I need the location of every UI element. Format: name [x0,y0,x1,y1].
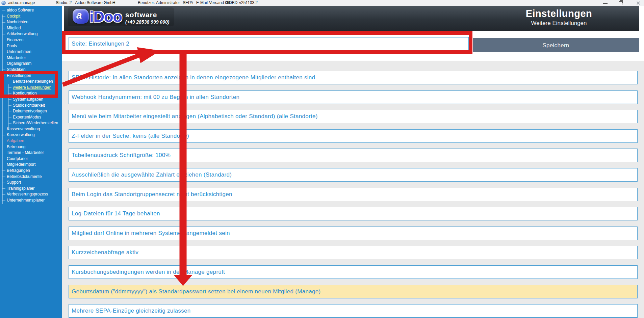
sidebar-item-label: Support [7,180,21,185]
logo-phone-number: (+49 28538 999 000) [125,19,169,25]
sidebar-item[interactable]: Nachrichten [0,19,62,25]
sidebar-item-label: Betriebsdokumente [7,174,42,179]
aidoo-logo: a iDoo software (+49 28538 999 000) [68,7,174,26]
sidebar-item[interactable]: Verbesserungsprozess [0,191,62,197]
sidebar-item-label: Unternehmen [7,49,31,54]
page-name-input[interactable] [69,37,469,51]
sidebar-item[interactable]: Kassenverwaltung [0,126,62,132]
sidebar-item[interactable]: Mitgliederimport [0,162,62,168]
sidebar-item[interactable]: Systemaufgaben [0,97,62,103]
sidebar-item-label: Konfiguration [13,91,37,96]
sidebar-item-label: Unternehmensplaner [7,198,45,203]
sidebar-item[interactable]: Termine - Mitarbeiter [0,150,62,156]
setting-row-label: Mitglied darf Online in mehreren Systeme… [72,230,230,236]
sidebar-item[interactable]: Einstellungen [0,73,62,79]
sidebar-item[interactable]: Benutzereinstellungen [0,79,62,85]
sidebar-item-label: Verbesserungsprozess [7,192,48,196]
sidebar-item-label: weitere Einstellungen [13,85,51,90]
sidebar-item-label: Dokumentvorlagen [13,109,47,113]
sidebar-item[interactable]: Konfiguration [0,90,62,97]
sidebar-item-label: Kursverwaltung [7,132,35,137]
sidebar-item[interactable]: Unternehmensplaner [0,197,62,204]
sidebar-item[interactable]: Pools [0,43,62,49]
sidebar-item[interactable]: Support [0,180,62,186]
setting-row-label: Ausschließlich die ausgewählte Zahlart e… [72,171,232,178]
window-titlebar: aidoo::manage Studio: 2 - Aidoo Software… [0,0,644,6]
setting-row[interactable]: Z-Felder in der Suche: keins (alle Stand… [69,129,638,143]
setting-row-label: Beim Login das Standortgruppensecret nic… [72,191,232,197]
sidebar-item[interactable]: Dokumentvorlagen [0,108,62,114]
logo-tagline: software [125,11,169,19]
titlebar-app-name: aidoo::manage [8,0,35,5]
setting-row[interactable]: Geburtsdatum ("ddmmyyyy") als Standardpa… [69,285,638,298]
setting-row[interactable]: Kurzzeichenabfrage aktiv [69,246,638,259]
sidebar-item[interactable]: Betriebsdokumente [0,174,62,180]
setting-row[interactable]: Mitglied darf Online in mehreren Systeme… [69,227,638,240]
sidebar-item[interactable]: Kursverwaltung [0,132,62,138]
setting-row-label: Mehrere SEPA-Einzüge gleichzeitig zulass… [72,308,190,314]
setting-row[interactable]: Mehrere SEPA-Einzüge gleichzeitig zulass… [69,304,638,318]
sidebar-item[interactable]: Mitarbeiter [0,55,62,61]
sidebar-item-label: Courtplaner [7,156,28,161]
sidebar-item-label: Aufgaben [7,138,24,143]
sidebar-item-label: ExpertenModus [13,115,41,120]
restore-window-icon[interactable] [619,1,622,5]
minimize-icon[interactable] [603,3,608,4]
sidebar-item[interactable]: aidoo Software [0,7,62,14]
sidebar-item[interactable]: ExpertenModus [0,114,62,121]
titlebar-version: v251103.2 [239,0,258,5]
sidebar-item-label: Systemaufgaben [13,97,43,102]
setting-row-label: Log-Dateien für 14 Tage behalten [72,210,160,217]
sidebar-item[interactable]: Courtplaner [0,156,62,162]
sidebar-item-label: Pools [7,44,17,48]
sidebar-item-label: Mitgliederimport [7,162,35,167]
titlebar-studio: Studio: 2 - Aidoo Software GmbH [56,0,115,5]
sidebar-item-label: Mitglied [7,26,21,30]
sidebar-item[interactable]: Aufgaben [0,138,62,144]
setting-row[interactable]: SEPA-Historie: In allen Standorten anzei… [69,71,638,84]
sidebar-item-label: Artikelverwaltung [7,31,37,36]
sidebar-item[interactable]: Statistiken [0,67,62,73]
sidebar-item-label: Studiosichtbarkeit [13,103,45,108]
setting-row[interactable]: Beim Login das Standortgruppensecret nic… [69,188,638,201]
sidebar-item[interactable]: Cockpit [0,14,62,20]
sidebar-item-label: Einstellungen [7,73,31,78]
sidebar-item-label: Statistiken [7,67,25,72]
sidebar-item[interactable]: weitere Einstellungen [0,85,62,91]
sidebar-item-label: Finanzen [7,37,23,42]
sidebar-item-label: Sichern/Wiederherstellen [13,121,58,125]
setting-row-label: Kurzzeichenabfrage aktiv [72,249,138,256]
sidebar-item-label: Mitarbeiter [7,55,26,60]
sidebar-item[interactable]: Artikelverwaltung [0,31,62,37]
titlebar-gobd-badge: GOBD [226,0,237,5]
sidebar-item[interactable]: Sichern/Wiederherstellen [0,120,62,126]
setting-row[interactable]: Tabellenausdruck Schriftgröße: 100% [69,149,638,162]
sidebar-item[interactable]: Studiosichtbarkeit [0,103,62,109]
save-button[interactable]: Speichern [473,38,639,52]
sidebar-item[interactable]: Trainingsplaner [0,186,62,192]
sidebar-item[interactable]: Finanzen [0,37,62,43]
aidoo-app-icon [1,1,6,5]
logo-letter: a [76,9,82,21]
setting-row-label: Kursbuchungsbedingungen werden in der Ma… [72,269,225,275]
sidebar-item[interactable]: Betreuung [0,144,62,150]
sidebar-item[interactable]: Mitglied [0,25,62,31]
setting-row[interactable]: Ausschließlich die ausgewählte Zahlart e… [69,168,638,182]
logo-brand-name: iDoo [89,9,122,25]
sidebar-item-label: Kassenverwaltung [7,127,40,131]
page-subtitle: Weitere Einstellungen [474,20,643,27]
setting-row[interactable]: Menü wie beim Mitarbeiter eingestellt an… [69,110,638,123]
setting-row-label: Tabellenausdruck Schriftgröße: 100% [72,152,171,158]
setting-row-label: SEPA-Historie: In allen Standorten anzei… [72,74,317,81]
setting-row[interactable]: Log-Dateien für 14 Tage behalten [69,207,638,220]
sidebar-item[interactable]: Organigramm [0,61,62,67]
setting-row[interactable]: Webhook Handynummern: mit 00 zu Beginn i… [69,90,638,104]
setting-row[interactable]: Kursbuchungsbedingungen werden in der Ma… [69,265,638,279]
setting-row-label: Menü wie beim Mitarbeiter eingestellt an… [72,113,318,120]
close-icon[interactable] [636,1,640,5]
sidebar-item-label: Benutzereinstellungen [13,79,53,84]
sidebar-item[interactable]: Unternehmen [0,49,62,55]
sidebar-item-label: Organigramm [7,61,31,66]
sidebar-item-label: Termine - Mitarbeiter [7,150,44,155]
sidebar-item[interactable]: Befragungen [0,168,62,174]
